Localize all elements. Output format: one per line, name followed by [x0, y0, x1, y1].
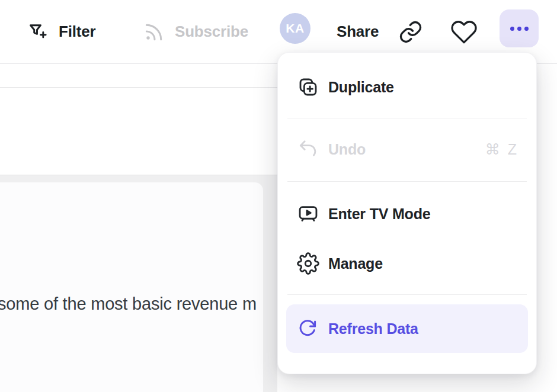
filter-button[interactable]: Filter	[27, 0, 95, 63]
menu-item-undo[interactable]: Undo ⌘ Z	[286, 124, 528, 174]
context-menu: Duplicate Undo ⌘ Z Enter TV Mode	[277, 52, 537, 374]
heart-icon	[450, 18, 478, 46]
ellipsis-icon	[510, 27, 529, 31]
menu-item-label: Enter TV Mode	[328, 205, 430, 223]
duplicate-icon	[297, 76, 319, 98]
refresh-icon	[297, 317, 319, 340]
rss-icon	[143, 21, 165, 43]
menu-item-label: Manage	[328, 255, 383, 272]
subscribe-button[interactable]: Subscribe	[143, 0, 248, 63]
subscribe-label: Subscribe	[175, 23, 248, 41]
keyboard-shortcut: ⌘ Z	[485, 141, 518, 158]
menu-item-duplicate[interactable]: Duplicate	[286, 62, 528, 112]
share-label: Share	[337, 23, 379, 41]
menu-item-label: Refresh Data	[328, 320, 418, 338]
filter-label: Filter	[59, 23, 95, 41]
link-icon	[398, 20, 423, 44]
menu-item-refresh-data[interactable]: Refresh Data	[286, 304, 528, 353]
menu-item-label: Undo	[328, 141, 366, 158]
menu-item-enter-tv-mode[interactable]: Enter TV Mode	[286, 189, 528, 239]
menu-divider	[287, 294, 527, 295]
filter-plus-icon	[27, 21, 49, 43]
document-paragraph-fragment: some of the most basic revenue m	[0, 294, 257, 314]
avatar-initials: KA	[286, 21, 304, 36]
menu-divider	[287, 181, 527, 182]
gear-icon	[297, 252, 319, 275]
more-options-button[interactable]	[500, 9, 539, 47]
tv-mode-icon	[297, 203, 319, 225]
undo-icon	[297, 138, 319, 160]
menu-item-label: Duplicate	[328, 79, 394, 96]
avatar[interactable]: KA	[280, 13, 310, 44]
content-card-lower	[0, 182, 263, 392]
menu-item-manage[interactable]: Manage	[286, 239, 528, 288]
menu-divider	[287, 118, 527, 118]
content-card-upper	[0, 87, 277, 175]
